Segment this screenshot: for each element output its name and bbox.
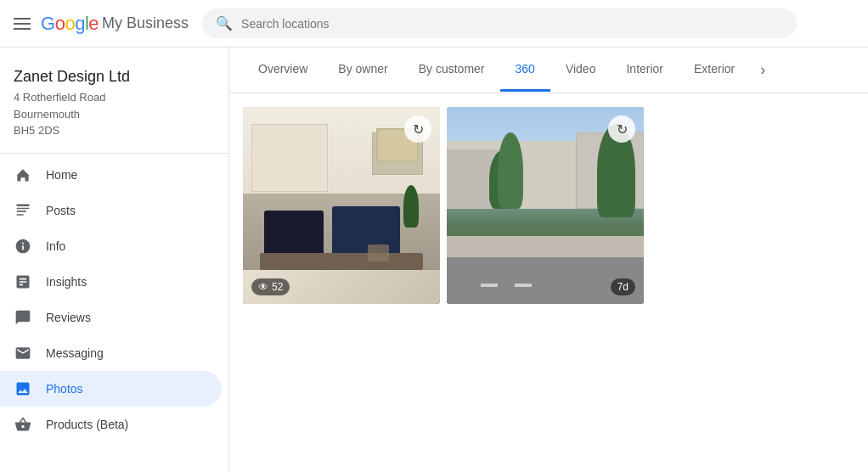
- nav-label-products: Products (Beta): [46, 418, 128, 431]
- logo-mybusiness-text: My Business: [102, 14, 189, 32]
- photo-views-badge-1: 👁 52: [251, 278, 290, 295]
- nav-item-photos[interactable]: Photos: [0, 371, 222, 407]
- more-tabs-button[interactable]: ›: [753, 48, 772, 93]
- nav-label-info: Info: [46, 239, 65, 253]
- photo-360-icon-1: ↻: [404, 115, 431, 143]
- nav-label-photos: Photos: [46, 382, 83, 396]
- body: Zanet Design Ltd 4 Rotherfield Road Bour…: [0, 48, 868, 472]
- main-content: Overview By owner By customer 360 Video …: [229, 48, 868, 472]
- nav-item-home[interactable]: Home: [0, 157, 222, 193]
- photos-grid: ↻ 👁 52: [229, 93, 868, 317]
- tab-interior[interactable]: Interior: [611, 48, 679, 92]
- tab-360[interactable]: 360: [500, 48, 550, 92]
- nav-label-reviews: Reviews: [46, 311, 91, 324]
- views-count-1: 52: [272, 281, 283, 293]
- logo-google-text: Google: [41, 13, 99, 35]
- logo: Google My Business: [41, 13, 189, 35]
- svg-rect-0: [17, 204, 30, 206]
- nav-item-insights[interactable]: Insights: [0, 264, 222, 300]
- search-icon: 🔍: [216, 15, 233, 31]
- insights-icon: [14, 273, 32, 291]
- address-line1: 4 Rotherfield Road: [14, 91, 105, 104]
- search-bar[interactable]: 🔍: [202, 8, 797, 38]
- business-address: 4 Rotherfield Road Bournemouth BH5 2DS: [14, 89, 215, 139]
- info-icon: [14, 237, 32, 256]
- svg-rect-3: [17, 214, 24, 216]
- tabs-bar: Overview By owner By customer 360 Video …: [229, 48, 868, 93]
- photo-days-badge-2: 7d: [611, 278, 635, 295]
- nav-item-info[interactable]: Info: [0, 228, 222, 264]
- business-info: Zanet Design Ltd 4 Rotherfield Road Bour…: [0, 58, 228, 154]
- photo-card-1[interactable]: ↻ 👁 52: [243, 107, 440, 304]
- nav-item-messaging[interactable]: Messaging: [0, 335, 222, 371]
- posts-icon: [14, 201, 32, 220]
- photo-card-2[interactable]: ↻ 7d: [447, 107, 644, 304]
- nav-label-insights: Insights: [46, 275, 87, 289]
- nav-item-posts[interactable]: Posts: [0, 193, 222, 228]
- messaging-icon: [14, 344, 32, 362]
- menu-button[interactable]: [14, 18, 31, 30]
- eye-icon-1: 👁: [258, 281, 268, 293]
- business-name: Zanet Design Ltd: [14, 68, 215, 86]
- days-text-2: 7d: [617, 281, 628, 293]
- address-line2: Bournemouth: [14, 108, 80, 121]
- nav-label-posts: Posts: [46, 204, 76, 217]
- svg-rect-1: [17, 207, 30, 209]
- tab-by-owner[interactable]: By owner: [323, 48, 403, 92]
- sidebar: Zanet Design Ltd 4 Rotherfield Road Bour…: [0, 48, 229, 472]
- nav-label-home: Home: [46, 168, 77, 182]
- nav-label-messaging: Messaging: [46, 346, 104, 360]
- photo-360-icon-2: ↻: [608, 115, 635, 143]
- home-icon: [14, 166, 32, 184]
- reviews-icon: [14, 308, 32, 327]
- header: Google My Business 🔍: [0, 0, 868, 48]
- tab-video[interactable]: Video: [550, 48, 612, 92]
- tab-by-customer[interactable]: By customer: [403, 48, 500, 92]
- address-line3: BH5 2DS: [14, 124, 59, 137]
- nav-item-reviews[interactable]: Reviews: [0, 300, 222, 335]
- tab-overview[interactable]: Overview: [243, 48, 323, 92]
- photos-icon: [14, 379, 32, 398]
- nav-item-products[interactable]: Products (Beta): [0, 407, 222, 442]
- tab-exterior[interactable]: Exterior: [679, 48, 750, 92]
- search-input[interactable]: [241, 17, 783, 31]
- products-icon: [14, 415, 32, 434]
- svg-rect-2: [17, 211, 27, 212]
